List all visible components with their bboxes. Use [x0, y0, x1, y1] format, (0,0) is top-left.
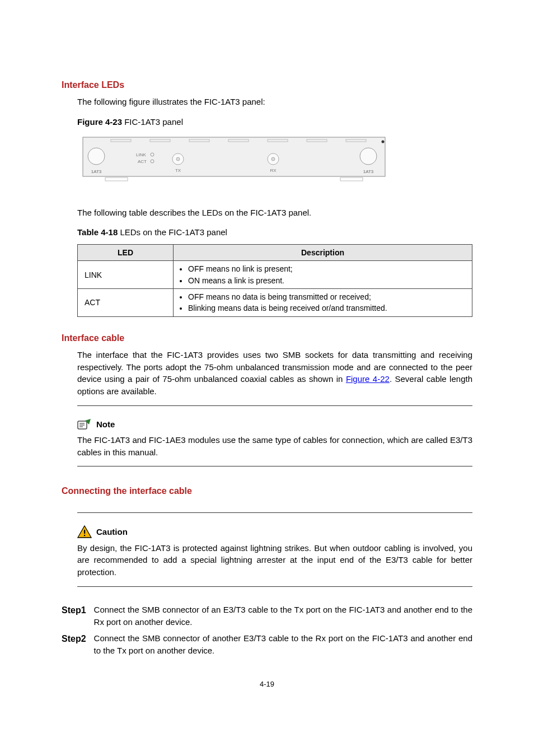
step-2: Step2 Connect the SMB connector of anoth…	[62, 632, 472, 657]
list-item: Blinking means data is being received or…	[188, 302, 467, 314]
list-item: OFF means no data is being transmitted o…	[188, 291, 467, 302]
svg-point-16	[382, 140, 385, 143]
divider	[77, 512, 472, 513]
figure-title: FIC-1AT3 panel	[122, 117, 183, 127]
panel-label-left: 1AT3	[91, 169, 102, 174]
th-description: Description	[174, 245, 472, 261]
td-desc-act: OFF means no data is being transmitted o…	[174, 289, 472, 317]
svg-point-15	[271, 157, 275, 161]
table-leds: LED Description LINK OFF means no link i…	[77, 244, 472, 316]
figure-caption-4-23: Figure 4-23 FIC-1AT3 panel	[62, 116, 472, 128]
list-item: ON means a link is present.	[188, 275, 467, 286]
note-icon	[77, 418, 92, 431]
table-caption-4-18: Table 4-18 LEDs on the FIC-1AT3 panel	[62, 226, 472, 239]
table-row: LINK OFF means no link is present; ON me…	[78, 261, 472, 289]
step-label: Step2	[62, 632, 86, 657]
svg-rect-0	[83, 137, 385, 176]
svg-point-9	[360, 148, 377, 165]
th-led: LED	[78, 245, 174, 261]
td-led-link: LINK	[78, 261, 174, 289]
svg-rect-25	[84, 535, 85, 536]
panel-label-right: 1AT3	[363, 169, 374, 174]
panel-act-label: ACT	[138, 159, 147, 164]
list-item: OFF means no link is present;	[188, 263, 467, 274]
page-number: 4-19	[62, 679, 472, 690]
caution-icon	[77, 525, 92, 539]
text-leds-intro: The following figure illustrates the FIC…	[62, 96, 472, 108]
figure-fic-1at3-panel: 1AT3 1AT3 LINK ACT TX RX	[77, 134, 391, 184]
heading-connecting-cable: Connecting the interface cable	[62, 484, 472, 497]
svg-point-13	[176, 157, 180, 161]
svg-point-8	[88, 148, 105, 165]
table-number: Table 4-18	[77, 227, 118, 237]
td-led-act: ACT	[78, 289, 174, 317]
figure-number: Figure 4-23	[77, 117, 122, 127]
note-heading: Note	[77, 418, 472, 431]
step-body: Connect the SMB connector of another E3/…	[94, 632, 472, 657]
table-row: ACT OFF means no data is being transmitt…	[78, 289, 472, 317]
step-label: Step1	[62, 604, 86, 628]
link-figure-4-22[interactable]: Figure 4-22	[346, 374, 390, 384]
heading-interface-leds: Interface LEDs	[62, 78, 472, 91]
heading-interface-cable: Interface cable	[62, 332, 472, 344]
td-desc-link: OFF means no link is present; ON means a…	[174, 261, 472, 289]
panel-tx-label: TX	[175, 168, 181, 173]
caution-label: Caution	[96, 526, 128, 538]
svg-rect-24	[84, 530, 85, 534]
svg-rect-18	[340, 178, 363, 181]
panel-rx-label: RX	[270, 168, 277, 173]
svg-rect-17	[105, 178, 128, 181]
note-label: Note	[96, 418, 115, 431]
panel-link-label: LINK	[136, 152, 146, 157]
caution-body: By design, the FIC-1AT3 is protected aga…	[77, 542, 472, 578]
table-title: LEDs on the FIC-1AT3 panel	[118, 227, 227, 237]
divider	[77, 405, 472, 406]
note-body: The FIC-1AT3 and FIC-1AE3 modules use th…	[77, 434, 472, 459]
text-leds-table-intro: The following table describes the LEDs o…	[62, 207, 472, 219]
step-body: Connect the SMB connector of an E3/T3 ca…	[94, 604, 472, 628]
text-interface-cable: The interface that the FIC-1AT3 provides…	[62, 349, 472, 398]
caution-heading: Caution	[77, 525, 472, 539]
step-1: Step1 Connect the SMB connector of an E3…	[62, 604, 472, 628]
